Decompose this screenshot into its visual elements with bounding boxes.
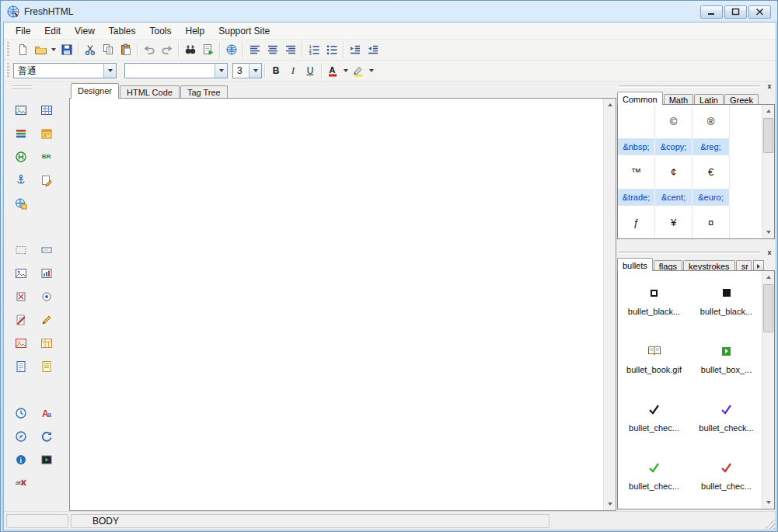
tab-bullets[interactable]: bullets: [617, 258, 653, 271]
scrollbar-thumb[interactable]: [763, 284, 773, 332]
scroll-up-icon[interactable]: [762, 271, 774, 283]
tab-tag-tree[interactable]: Tag Tree: [180, 85, 228, 99]
find-icon[interactable]: [181, 41, 199, 58]
horizontal-rule-icon[interactable]: [14, 127, 27, 140]
preview-icon[interactable]: [199, 41, 217, 58]
redo-icon[interactable]: [158, 41, 176, 58]
open-folder-icon[interactable]: [31, 41, 49, 58]
radio-button-icon[interactable]: [40, 290, 53, 303]
tab-math[interactable]: Math: [664, 94, 693, 105]
charmap-glyph-cell[interactable]: ¢: [655, 155, 693, 190]
menu-view[interactable]: View: [68, 23, 102, 39]
cut-icon[interactable]: [81, 41, 99, 58]
bullet-item[interactable]: bullet_check...: [690, 391, 762, 449]
tab-greek[interactable]: Greek: [724, 94, 759, 105]
minimize-button[interactable]: [700, 5, 723, 19]
close-icon[interactable]: x: [765, 249, 774, 257]
document-icon[interactable]: [14, 360, 27, 373]
underline-button[interactable]: U: [302, 63, 319, 78]
tab-scroll-right-icon[interactable]: [753, 260, 764, 271]
toolbar-gripper[interactable]: [7, 63, 9, 78]
charmap-glyph-cell[interactable]: [618, 105, 655, 139]
panel-gripper[interactable]: [619, 85, 760, 88]
media-player-icon[interactable]: [40, 453, 53, 466]
charmap-glyph-cell[interactable]: ¤: [693, 206, 730, 239]
info-icon[interactable]: i: [14, 453, 27, 466]
close-icon[interactable]: x: [765, 82, 774, 91]
picture-icon[interactable]: [14, 336, 27, 349]
list-icon[interactable]: [40, 360, 53, 373]
decrease-indent-icon[interactable]: [364, 41, 382, 58]
scroll-down-icon[interactable]: [604, 498, 616, 510]
scroll-down-icon[interactable]: [762, 496, 774, 509]
menu-tools[interactable]: Tools: [143, 23, 179, 39]
heading-link-icon[interactable]: [14, 150, 27, 163]
scroll-down-icon[interactable]: [762, 226, 774, 238]
bullet-item[interactable]: bullet_chec...: [618, 391, 690, 449]
designer-canvas[interactable]: [69, 98, 616, 511]
menu-file[interactable]: File: [9, 23, 37, 39]
open-dropdown-icon[interactable]: [49, 41, 58, 58]
scrollbar-thumb[interactable]: [763, 118, 773, 153]
spell-check-icon[interactable]: ab: [14, 476, 27, 489]
scroll-up-icon[interactable]: [762, 105, 774, 117]
status-element-path[interactable]: BODY: [92, 516, 119, 527]
bullet-item[interactable]: bullet_black...: [618, 274, 690, 332]
align-left-icon[interactable]: [246, 41, 263, 58]
tab-designer[interactable]: Designer: [71, 83, 119, 99]
edit-note-icon[interactable]: [40, 173, 53, 186]
bullets-vertical-scrollbar[interactable]: [762, 271, 774, 509]
tab-flags[interactable]: flags: [654, 260, 682, 271]
chevron-down-icon[interactable]: [103, 64, 116, 78]
close-button[interactable]: [748, 5, 771, 19]
chevron-down-icon[interactable]: [249, 64, 261, 78]
tab-sr[interactable]: sr: [736, 260, 752, 271]
charmap-entity-cell[interactable]: &copy;: [655, 139, 693, 155]
insert-hyperlink-icon[interactable]: [222, 41, 240, 58]
menu-tables[interactable]: Tables: [102, 23, 143, 39]
chart-icon[interactable]: [40, 266, 53, 280]
charmap-glyph-cell[interactable]: ƒ: [618, 206, 655, 239]
menu-edit[interactable]: Edit: [37, 23, 68, 39]
pencil-icon[interactable]: [40, 313, 53, 326]
tab-common[interactable]: Common: [617, 92, 663, 105]
italic-button[interactable]: I: [284, 63, 302, 78]
insert-image-icon[interactable]: [14, 103, 27, 116]
scroll-up-icon[interactable]: [604, 99, 616, 111]
increase-indent-icon[interactable]: [346, 41, 364, 58]
bullet-item[interactable]: bullet_chec...: [690, 449, 762, 507]
bullet-list-icon[interactable]: [323, 41, 340, 58]
font-style-icon[interactable]: Aa: [40, 406, 53, 419]
bullet-item[interactable]: bullet_book.gif: [618, 332, 690, 391]
charmap-entity-cell[interactable]: &euro;: [693, 190, 730, 206]
bullet-item[interactable]: bullet_black...: [690, 274, 762, 332]
tab-keystrokes[interactable]: keystrokes: [683, 260, 735, 271]
charmap-glyph-cell[interactable]: ©: [655, 105, 693, 139]
layout-table-icon[interactable]: [40, 336, 53, 349]
style-combobox[interactable]: 普通: [13, 63, 117, 78]
paste-icon[interactable]: [117, 41, 134, 58]
size-combobox[interactable]: 3: [232, 63, 262, 78]
charmap-entity-cell[interactable]: &trade;: [618, 190, 655, 206]
charmap-entity-cell[interactable]: &nbsp;: [618, 139, 655, 155]
highlight-dropdown-icon[interactable]: [367, 62, 375, 79]
refresh-icon[interactable]: [40, 429, 53, 443]
text-field-icon[interactable]: [40, 243, 53, 256]
bold-button[interactable]: B: [267, 63, 284, 78]
clock-icon[interactable]: [14, 406, 27, 419]
bullet-item[interactable]: bullet_chec...: [618, 449, 690, 507]
maximize-button[interactable]: [724, 5, 747, 19]
delete-script-icon[interactable]: [14, 313, 27, 326]
highlight-color-icon[interactable]: [350, 63, 367, 78]
titlebar[interactable]: FreshHTML: [1, 1, 777, 22]
editor-vertical-scrollbar[interactable]: [603, 99, 616, 510]
bullet-item[interactable]: bullet_box_...: [690, 332, 762, 391]
sidebar-gripper[interactable]: [12, 85, 32, 92]
align-right-icon[interactable]: [281, 41, 299, 58]
tab-html-code[interactable]: HTML Code: [120, 85, 180, 99]
compass-icon[interactable]: [14, 429, 27, 443]
script-globe-icon[interactable]: [14, 196, 27, 210]
line-break-icon[interactable]: BR: [40, 150, 53, 163]
charmap-glyph-cell[interactable]: ¥: [655, 206, 693, 239]
tab-latin[interactable]: Latin: [694, 94, 724, 105]
